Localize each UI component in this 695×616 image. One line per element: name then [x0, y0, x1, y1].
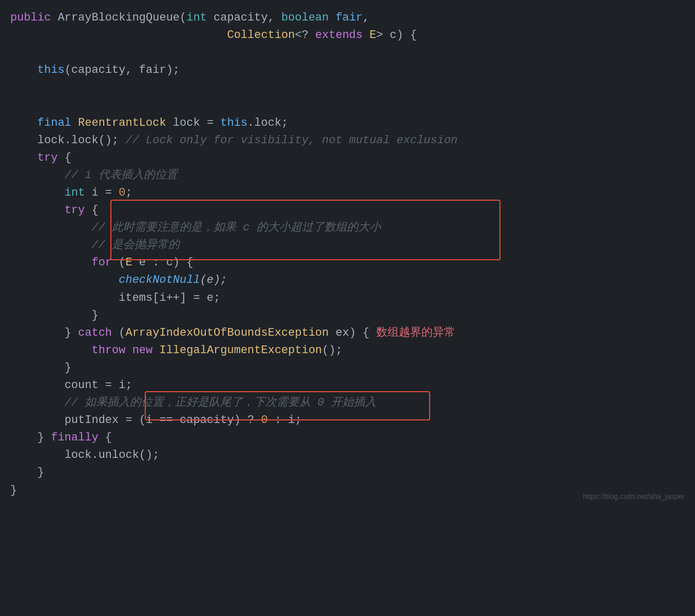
close-catch: }: [65, 359, 71, 377]
indent-l15: [10, 254, 91, 272]
param-fair: fair: [336, 9, 363, 27]
fn-checknotnull: checkNotNull: [119, 272, 200, 289]
kw-new: new: [132, 342, 160, 359]
kw-this2: this: [220, 114, 247, 132]
indent-l9: [10, 149, 37, 167]
comma: ,: [363, 9, 370, 27]
code-line-8: lock.lock(); // Lock only for visibility…: [10, 132, 685, 149]
kw-catch: catch: [78, 324, 112, 342]
code-line-7: final ReentrantLock lock = this.lock;: [10, 114, 685, 132]
code-container: public ArrayBlockingQueue(int capacity, …: [0, 0, 695, 510]
space-annot: [370, 324, 376, 342]
space2: [329, 9, 336, 27]
kw-public: public: [10, 9, 57, 27]
indent-l24: [10, 412, 65, 429]
throw-rest: ();: [322, 342, 342, 359]
num-0: 0: [119, 184, 125, 202]
code-line-17: items[i++] = e;: [10, 290, 685, 307]
dotlock: .lock;: [247, 114, 288, 132]
code-line-10: // i 代表插入的位置: [10, 167, 685, 184]
code-line-22: count = i;: [10, 377, 685, 394]
code-line-11: int i = 0;: [10, 184, 685, 202]
code-line-27: }: [10, 464, 685, 482]
rest: > c) {: [376, 27, 417, 44]
code-line-15: for (E e : c) {: [10, 254, 685, 272]
comment-l23: // 如果插入的位置，正好是队尾了，下次需要从 0 开始插入: [65, 394, 376, 412]
comment-l8: // Lock only for visibility, not mutual …: [125, 132, 457, 149]
type-int: int: [186, 9, 207, 27]
annotation-exception: 数组越界的异常: [376, 324, 455, 342]
locklock: lock.lock();: [37, 132, 126, 149]
class-name: ArrayBlockingQueue(: [57, 9, 186, 27]
type-reentrantlock: ReentrantLock: [78, 114, 166, 132]
kw-try2: try: [65, 202, 92, 219]
code-line-12: try {: [10, 202, 685, 219]
indent-l18: [10, 307, 91, 324]
code-line-20: throw new IllegalArgumentException();: [10, 342, 685, 359]
var-i: i =: [91, 184, 119, 202]
close-method: }: [10, 482, 17, 499]
indent-l7: [10, 114, 37, 132]
brace-l9: {: [65, 149, 71, 167]
indent-l23: [10, 394, 65, 412]
code-line-21: }: [10, 359, 685, 377]
type-collection: Collection: [227, 27, 295, 44]
call-l16: (e);: [200, 272, 227, 289]
kw-throw: throw: [91, 342, 132, 359]
code-line-4: this(capacity, fair);: [10, 62, 685, 79]
indent-l2: [10, 27, 227, 44]
indent-l4: [10, 62, 37, 79]
kw-finally: finally: [51, 429, 105, 447]
comment-l10: // i 代表插入的位置: [65, 167, 178, 184]
type-e: E: [370, 27, 376, 44]
putindex-assign: putIndex = (i == capacity) ?: [65, 412, 261, 429]
call: (capacity, fair);: [65, 62, 180, 79]
space-l11: [85, 184, 91, 202]
space-catch: (: [112, 324, 125, 342]
code-line-1: public ArrayBlockingQueue(int capacity, …: [10, 9, 685, 27]
close-finally: }: [10, 464, 44, 482]
exception-new: IllegalArgumentException: [159, 342, 322, 359]
indent-l22: [10, 377, 65, 394]
lock-unlock: lock.unlock();: [65, 447, 160, 464]
space-l7: lock =: [166, 114, 221, 132]
space: [207, 9, 214, 27]
putindex-rest: : i;: [268, 412, 302, 429]
kw-final: final: [37, 114, 78, 132]
kw-try1: try: [37, 149, 65, 167]
indent-l19: [10, 324, 65, 342]
code-line-5: [10, 79, 685, 97]
code-line-23: // 如果插入的位置，正好是队尾了，下次需要从 0 开始插入: [10, 394, 685, 412]
brace-close-try2: }: [65, 324, 78, 342]
param-capacity: capacity,: [214, 9, 281, 27]
indent-l17: [10, 290, 119, 307]
code-line-25: } finally {: [10, 429, 685, 447]
brace-close-try1: }: [10, 429, 51, 447]
indent-l20: [10, 342, 91, 359]
kw-this: this: [37, 62, 65, 79]
kw-for: for: [91, 254, 119, 272]
code-line-18: }: [10, 307, 685, 324]
brace-l12: {: [91, 202, 98, 219]
indent-l12: [10, 202, 65, 219]
code-line-9: try {: [10, 149, 685, 167]
code-line-16: checkNotNull(e);: [10, 272, 685, 289]
comment-l13: // 此时需要注意的是，如果 c 的大小超过了数组的大小: [91, 219, 380, 237]
num-0-2: 0: [261, 412, 268, 429]
ex-var: ex) {: [329, 324, 370, 342]
count-assign: count = i;: [65, 377, 132, 394]
type-e-for: E: [125, 254, 132, 272]
indent-l13: [10, 219, 91, 237]
kw-extends: extends: [315, 27, 370, 44]
close-for: }: [91, 307, 98, 324]
code-line-19: } catch (ArrayIndexOutOfBoundsException …: [10, 324, 685, 342]
collection-generic: <?: [295, 27, 316, 44]
indent-l21: [10, 359, 65, 377]
indent-l14: [10, 237, 91, 254]
code-line-24: putIndex = (i == capacity) ? 0 : i;: [10, 412, 685, 429]
code-line-26: lock.unlock();: [10, 447, 685, 464]
type-boolean: boolean: [281, 9, 329, 27]
items-assign: items[i++] = e;: [119, 290, 220, 307]
code-line-2: Collection<? extends E> c) {: [10, 27, 685, 44]
brace-finally: {: [105, 429, 112, 447]
